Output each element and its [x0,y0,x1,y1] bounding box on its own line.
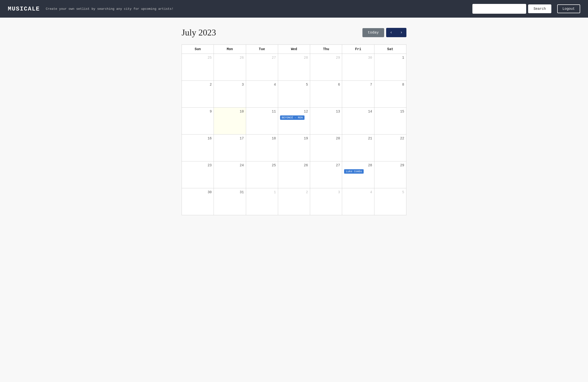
day-number: 26 [280,163,308,167]
day-number: 24 [216,163,244,167]
day-header-sat: Sat [374,45,406,54]
today-button[interactable]: today [362,28,384,37]
day-number: 21 [344,136,372,140]
calendar-cell[interactable]: 1 [246,188,278,215]
calendar-header: July 2023 today ‹ › [182,27,406,38]
calendar-cell[interactable]: 4 [342,188,374,215]
calendar-cell[interactable]: 10 [214,108,246,135]
calendar-cell[interactable]: 17 [214,135,246,161]
day-number: 8 [376,83,404,87]
calendar-cell[interactable]: 3 [214,81,246,108]
calendar-cell[interactable]: 14 [342,108,374,135]
calendar-cell[interactable]: 27 [310,161,342,188]
day-number: 2 [280,190,308,194]
calendar-cell[interactable]: 28Luke Combs [342,161,374,188]
calendar-cell[interactable]: 6 [310,81,342,108]
calendar-cell[interactable]: 24 [214,161,246,188]
day-number: 2 [184,83,212,87]
day-header-fri: Fri [342,45,374,54]
day-number: 6 [312,83,340,87]
app-header: MUSICALE Create your own setlist by sear… [0,0,588,18]
next-month-button[interactable]: › [396,28,406,37]
day-number: 4 [344,190,372,194]
prev-month-button[interactable]: ‹ [386,28,396,37]
day-number: 29 [312,56,340,60]
day-number: 30 [184,190,212,194]
calendar-cell[interactable]: 29 [310,54,342,81]
day-number: 3 [312,190,340,194]
day-number: 7 [344,83,372,87]
calendar-cell[interactable]: 13 [310,108,342,135]
day-number: 25 [248,163,276,167]
calendar-cell[interactable]: 2 [278,188,310,215]
calendar-nav: today ‹ › [362,28,406,37]
calendar-cell[interactable]: 8 [374,81,406,108]
day-number: 17 [216,136,244,140]
day-header-sun: Sun [182,45,214,54]
calendar-grid: SunMonTueWedThuFriSat 252627282930123456… [182,45,406,215]
calendar-cell[interactable]: 15 [374,108,406,135]
nav-group: ‹ › [386,28,406,37]
day-number: 22 [376,136,404,140]
calendar-cell[interactable]: 21 [342,135,374,161]
calendar-days-header: SunMonTueWedThuFriSat [182,45,406,54]
calendar-cell[interactable]: 3 [310,188,342,215]
calendar-cell[interactable]: 5 [374,188,406,215]
calendar-cell[interactable]: 5 [278,81,310,108]
search-input[interactable] [472,4,526,14]
day-number: 1 [248,190,276,194]
day-number: 29 [376,163,404,167]
calendar-cell[interactable]: 30 [182,188,214,215]
day-number: 26 [216,56,244,60]
day-number: 25 [184,56,212,60]
day-number: 12 [280,110,308,113]
calendar-cell[interactable]: 25 [246,161,278,188]
day-header-wed: Wed [278,45,310,54]
day-number: 5 [376,190,404,194]
calendar-cell[interactable]: 11 [246,108,278,135]
day-number: 28 [280,56,308,60]
calendar-cell[interactable]: 9 [182,108,214,135]
day-number: 23 [184,163,212,167]
day-number: 27 [312,163,340,167]
day-number: 27 [248,56,276,60]
calendar-cell[interactable]: 25 [182,54,214,81]
calendar-cell[interactable]: 1 [374,54,406,81]
day-number: 14 [344,110,372,113]
calendar-cell[interactable]: 18 [246,135,278,161]
day-number: 9 [184,110,212,113]
day-number: 15 [376,110,404,113]
day-number: 20 [312,136,340,140]
day-number: 3 [216,83,244,87]
calendar-cell[interactable]: 19 [278,135,310,161]
calendar-cell[interactable]: 4 [246,81,278,108]
calendar-month-title: July 2023 [182,27,216,38]
app-tagline: Create your own setlist by searching any… [46,7,466,11]
calendar-cell[interactable]: 20 [310,135,342,161]
day-number: 28 [344,163,372,167]
day-header-thu: Thu [310,45,342,54]
calendar-cell[interactable]: 7 [342,81,374,108]
day-number: 31 [216,190,244,194]
calendar-cell[interactable]: 16 [182,135,214,161]
calendar-cell[interactable]: 27 [246,54,278,81]
day-number: 18 [248,136,276,140]
main-content: July 2023 today ‹ › SunMonTueWedThuFriSa… [177,18,411,225]
calendar-cell[interactable]: 12BEYONCÉ – REN [278,108,310,135]
calendar-cell[interactable]: 31 [214,188,246,215]
event-tag[interactable]: BEYONCÉ – REN [280,115,305,120]
calendar-cell[interactable]: 30 [342,54,374,81]
calendar-cell[interactable]: 28 [278,54,310,81]
logout-button[interactable]: Logout [557,4,580,13]
calendar-cell[interactable]: 22 [374,135,406,161]
event-tag[interactable]: Luke Combs [344,169,364,174]
search-button[interactable]: Search [528,4,551,13]
calendar-cell[interactable]: 29 [374,161,406,188]
calendar-cell[interactable]: 2 [182,81,214,108]
calendar-cell[interactable]: 23 [182,161,214,188]
day-number: 16 [184,136,212,140]
calendar-cell[interactable]: 26 [278,161,310,188]
calendar-cell[interactable]: 26 [214,54,246,81]
day-header-tue: Tue [246,45,278,54]
day-number: 5 [280,83,308,87]
